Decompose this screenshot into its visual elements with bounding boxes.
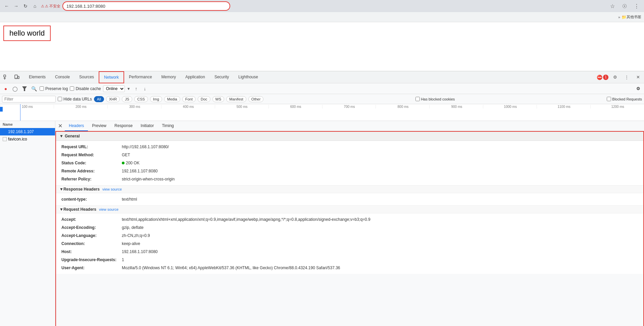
- inspect-element-button[interactable]: [1, 73, 11, 82]
- hide-data-urls-label[interactable]: Hide data URLs: [58, 97, 92, 101]
- filter-all-button[interactable]: All: [94, 96, 104, 102]
- filter-input[interactable]: [2, 96, 56, 103]
- timeline-mark-1200: 1200 ms: [590, 105, 644, 109]
- devtools-tab-icons: [1, 73, 21, 82]
- search-button[interactable]: 🔍: [30, 85, 38, 92]
- disable-cache-label[interactable]: Disable cache: [70, 86, 101, 91]
- hello-world-box: hello world: [3, 26, 51, 41]
- upgrade-insecure-row: Upgrade-Insecure-Requests: 1: [61, 256, 638, 264]
- filter-ws-button[interactable]: WS: [212, 96, 225, 102]
- timeline-ruler: 100 ms 200 ms 300 ms 400 ms 500 ms 600 m…: [0, 104, 644, 109]
- preserve-log-checkbox[interactable]: [40, 86, 44, 91]
- filter-doc-button[interactable]: Doc: [198, 96, 210, 102]
- network-settings-button[interactable]: ⚙: [635, 85, 642, 92]
- reload-button[interactable]: ↻: [21, 2, 30, 10]
- export-button[interactable]: ↓: [141, 85, 149, 92]
- tab-elements[interactable]: Elements: [24, 71, 50, 83]
- connection-row: Connection: keep-alive: [61, 240, 638, 248]
- devtools: Elements Console Sources Network Perform…: [0, 71, 644, 326]
- address-bar-container[interactable]: [62, 1, 230, 11]
- filter-manifest-button[interactable]: Manifest: [226, 96, 246, 102]
- timeline-mark-1100: 1100 ms: [537, 105, 590, 109]
- hide-data-urls-checkbox[interactable]: [58, 97, 62, 101]
- tab-security[interactable]: Security: [210, 71, 234, 83]
- request-headers-section-header[interactable]: ▼ Request Headers view source: [56, 205, 643, 213]
- hello-world-text: hello world: [9, 29, 45, 37]
- error-count-container: ⛔ 1: [597, 75, 608, 80]
- tab-lighthouse[interactable]: Lighthouse: [234, 71, 263, 83]
- file-item-favicon[interactable]: favicon.ico: [0, 135, 55, 143]
- filter-xhr-button[interactable]: XHR: [106, 96, 120, 102]
- timeline-mark-300: 300 ms: [107, 105, 161, 109]
- devtools-settings-button[interactable]: ⚙: [610, 73, 620, 82]
- disable-cache-checkbox[interactable]: [70, 86, 74, 91]
- timeline-mark-900: 900 ms: [429, 105, 483, 109]
- devtools-right-actions: ⛔ 1 ⚙ ⋮ ✕: [597, 73, 643, 82]
- filter-font-button[interactable]: Font: [182, 96, 196, 102]
- device-toolbar-button[interactable]: [12, 73, 21, 82]
- timeline-blue-line: [20, 104, 20, 121]
- throttle-select[interactable]: Online: [103, 85, 125, 92]
- response-headers-section-header[interactable]: ▼ Response Headers view source: [56, 185, 643, 193]
- record-button[interactable]: ●: [2, 85, 9, 92]
- timeline-mark-1000: 1000 ms: [483, 105, 537, 109]
- timeline-blue-bar: [0, 107, 3, 112]
- content-type-row: content-type: text/html: [61, 195, 638, 203]
- devtools-close-button[interactable]: ✕: [633, 73, 643, 82]
- referrer-policy-row: Referrer Policy: strict-origin-when-cros…: [61, 175, 638, 183]
- forward-button[interactable]: →: [12, 2, 20, 10]
- has-blocked-cookies-label[interactable]: Has blocked cookies: [415, 97, 455, 101]
- back-button[interactable]: ←: [3, 2, 11, 10]
- address-bar[interactable]: [66, 4, 226, 9]
- response-headers-view-source[interactable]: view source: [102, 187, 122, 191]
- general-section-content: Request URL: http://192.168.1.107:8080/ …: [56, 141, 643, 185]
- close-details-button[interactable]: ✕: [55, 121, 65, 131]
- devtools-more-button[interactable]: ⋮: [622, 73, 631, 82]
- home-button[interactable]: ⌂: [31, 2, 39, 10]
- details-tabs: ✕ Headers Preview Response Initiator Tim…: [55, 121, 644, 131]
- filter-toggle-button[interactable]: [21, 85, 28, 92]
- request-headers-arrow-icon: ▼: [59, 207, 63, 212]
- browser-actions: ☆ ☉ ⋮: [608, 1, 641, 11]
- detail-tab-response[interactable]: Response: [110, 121, 137, 131]
- tab-sources[interactable]: Sources: [75, 71, 99, 83]
- tab-network[interactable]: Network: [99, 71, 124, 83]
- tab-performance[interactable]: Performance: [124, 71, 157, 83]
- filter-other-button[interactable]: Other: [248, 96, 264, 102]
- accept-language-row: Accept-Language: zh-CN,zh;q=0.9: [61, 232, 638, 240]
- svg-rect-0: [4, 75, 6, 77]
- bookmarks-folder-label[interactable]: 其他书签: [627, 14, 641, 19]
- detail-tab-preview[interactable]: Preview: [88, 121, 110, 131]
- general-section-header[interactable]: ▼ General: [56, 132, 643, 141]
- bookmarks-more[interactable]: »: [618, 15, 620, 19]
- clear-button[interactable]: ◯: [11, 85, 19, 92]
- detail-tab-timing[interactable]: Timing: [158, 121, 178, 131]
- browser-titlebar: ← → ↻ ⌂ ⚠ ⚠ 不安全 ☆ ☉ ⋮: [0, 0, 644, 12]
- timeline-bar: 100 ms 200 ms 300 ms 400 ms 500 ms 600 m…: [0, 104, 644, 121]
- menu-button[interactable]: ⋮: [632, 1, 641, 11]
- error-badge: 1: [603, 75, 608, 80]
- has-blocked-cookies-checkbox[interactable]: [415, 97, 420, 101]
- blocked-requests-label[interactable]: Blocked Requests: [607, 97, 642, 101]
- user-agent-row: User-Agent: Mozilla/5.0 (Windows NT 6.1;…: [61, 264, 638, 272]
- account-button[interactable]: ☉: [620, 1, 629, 11]
- preserve-log-label[interactable]: Preserve log: [40, 86, 68, 91]
- detail-tab-headers[interactable]: Headers: [65, 121, 88, 131]
- tab-console[interactable]: Console: [50, 71, 75, 83]
- request-headers-view-source[interactable]: view source: [99, 207, 118, 211]
- bookmark-star-button[interactable]: ☆: [608, 1, 617, 11]
- blocked-requests-checkbox[interactable]: [607, 97, 611, 101]
- detail-tab-initiator[interactable]: Initiator: [137, 121, 158, 131]
- throttle-arrow[interactable]: ▼: [127, 87, 131, 91]
- tab-application[interactable]: Application: [181, 71, 210, 83]
- file-item-main[interactable]: 192.168.1.107: [0, 128, 55, 135]
- tab-memory[interactable]: Memory: [157, 71, 181, 83]
- filter-media-button[interactable]: Media: [164, 96, 180, 102]
- file-icon-favicon: [3, 137, 7, 141]
- filter-css-button[interactable]: CSS: [134, 96, 148, 102]
- filter-img-button[interactable]: Img: [150, 96, 162, 102]
- import-button[interactable]: ↑: [133, 85, 140, 92]
- accept-row: Accept: text/html,application/xhtml+xml,…: [61, 215, 638, 223]
- filter-js-button[interactable]: JS: [122, 96, 132, 102]
- timeline-mark-700: 700 ms: [322, 105, 376, 109]
